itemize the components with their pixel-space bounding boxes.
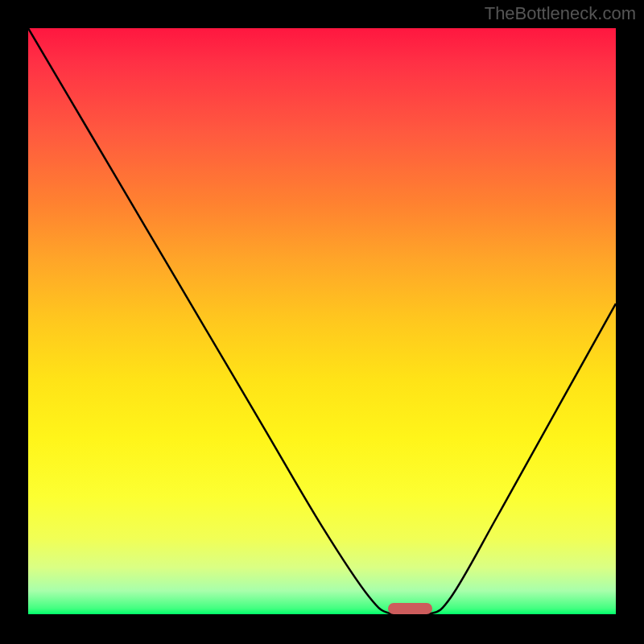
- curve-path: [28, 28, 616, 614]
- bottleneck-curve: [28, 28, 616, 614]
- watermark-text: TheBottleneck.com: [485, 3, 636, 24]
- optimal-range-marker: [388, 603, 433, 614]
- chart-plot-area: [28, 28, 616, 614]
